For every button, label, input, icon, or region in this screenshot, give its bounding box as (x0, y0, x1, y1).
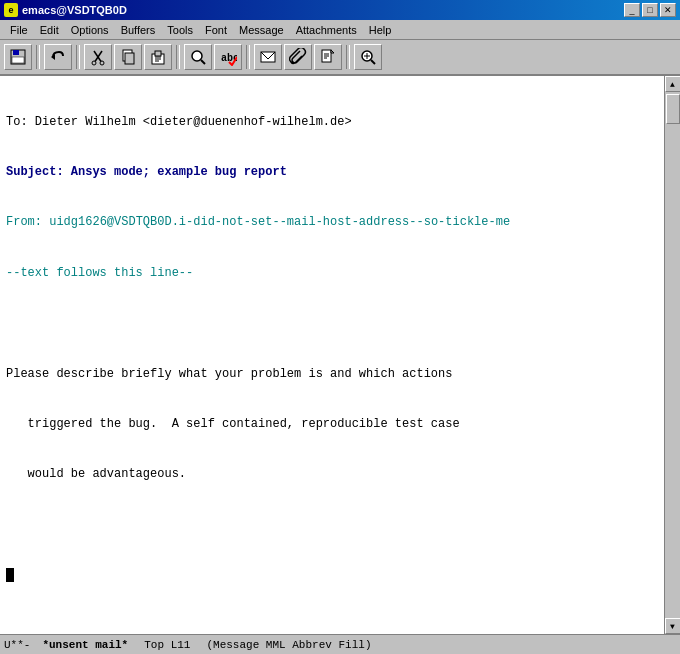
scroll-down-button[interactable]: ▼ (665, 618, 681, 634)
main-area: To: Dieter Wilhelm <dieter@duenenhof-wil… (0, 76, 680, 634)
svg-rect-11 (155, 51, 161, 56)
close-button[interactable]: ✕ (660, 3, 676, 17)
menu-message[interactable]: Message (233, 23, 290, 37)
toolbar-separator-3 (176, 45, 180, 69)
svg-rect-2 (12, 57, 24, 63)
menu-tools[interactable]: Tools (161, 23, 199, 37)
menu-help[interactable]: Help (363, 23, 398, 37)
minimize-button[interactable]: _ (624, 3, 640, 17)
status-bar: U**- *unsent mail* Top L11 (Message MML … (0, 634, 680, 654)
scroll-track[interactable] (665, 92, 681, 618)
menu-attachments[interactable]: Attachments (290, 23, 363, 37)
buffer-name: *unsent mail* (42, 639, 128, 651)
svg-rect-1 (13, 50, 19, 55)
scroll-thumb[interactable] (666, 94, 680, 124)
menu-font[interactable]: Font (199, 23, 233, 37)
body-triggered: triggered the bug. A self contained, rep… (6, 416, 658, 433)
spellcheck-button[interactable]: abc (214, 44, 242, 70)
attach2-button[interactable] (314, 44, 342, 70)
toolbar-separator-2 (76, 45, 80, 69)
svg-point-15 (192, 51, 202, 61)
to-value: Dieter Wilhelm <dieter@duenenhof-wilhelm… (28, 115, 352, 129)
attach-button[interactable] (284, 44, 312, 70)
app-icon: e (4, 3, 18, 17)
find-button[interactable] (354, 44, 382, 70)
cursor-line (6, 567, 658, 584)
search-button[interactable] (184, 44, 212, 70)
scroll-up-button[interactable]: ▲ (665, 76, 681, 92)
menu-bar: File Edit Options Buffers Tools Font Mes… (0, 20, 680, 40)
subject-label: Subject: (6, 165, 64, 179)
body-blank3 (6, 618, 658, 635)
from-label: From: (6, 215, 42, 229)
title-bar-text: e emacs@VSDTQB0D (4, 3, 127, 17)
body-blank2 (6, 517, 658, 534)
menu-edit[interactable]: Edit (34, 23, 65, 37)
paste-button[interactable] (144, 44, 172, 70)
menu-options[interactable]: Options (65, 23, 115, 37)
from-value: uidg1626@VSDTQB0D.i-did-not-set--mail-ho… (42, 215, 510, 229)
svg-marker-20 (331, 50, 334, 53)
save-button[interactable] (4, 44, 32, 70)
toolbar-separator-5 (346, 45, 350, 69)
body-line-blank1 (6, 315, 658, 332)
email-from: From: uidg1626@VSDTQB0D.i-did-not-set--m… (6, 214, 658, 231)
vertical-scrollbar[interactable]: ▲ ▼ (664, 76, 680, 634)
svg-rect-9 (125, 53, 134, 64)
toolbar-separator-1 (36, 45, 40, 69)
toolbar: abc (0, 40, 680, 76)
minor-modes: (Message MML Abbrev Fill) (206, 639, 371, 651)
subject-value: Ansys mode; example bug report (64, 165, 287, 179)
position: Top L11 (144, 639, 190, 651)
menu-file[interactable]: File (4, 23, 34, 37)
toolbar-separator-4 (246, 45, 250, 69)
svg-point-7 (100, 61, 104, 65)
body-describe: Please describe briefly what your proble… (6, 366, 658, 383)
cut-button[interactable] (84, 44, 112, 70)
maximize-button[interactable]: □ (642, 3, 658, 17)
svg-line-25 (371, 60, 375, 64)
email-header: To: Dieter Wilhelm <dieter@duenenhof-wil… (6, 114, 658, 131)
email-subject: Subject: Ansys mode; example bug report (6, 164, 658, 181)
window-title: emacs@VSDTQB0D (22, 4, 127, 16)
undo-button[interactable] (44, 44, 72, 70)
to-label: To: (6, 115, 28, 129)
cursor (6, 568, 14, 582)
svg-point-6 (92, 61, 96, 65)
title-buttons: _ □ ✕ (624, 3, 676, 17)
svg-line-16 (201, 60, 205, 64)
email-divider: --text follows this line-- (6, 265, 658, 282)
title-bar: e emacs@VSDTQB0D _ □ ✕ (0, 0, 680, 20)
body-advantage: would be advantageous. (6, 466, 658, 483)
content-area[interactable]: To: Dieter Wilhelm <dieter@duenenhof-wil… (0, 76, 664, 634)
send-button[interactable] (254, 44, 282, 70)
mode-indicator: U**- (4, 639, 30, 651)
copy-button[interactable] (114, 44, 142, 70)
menu-buffers[interactable]: Buffers (115, 23, 162, 37)
